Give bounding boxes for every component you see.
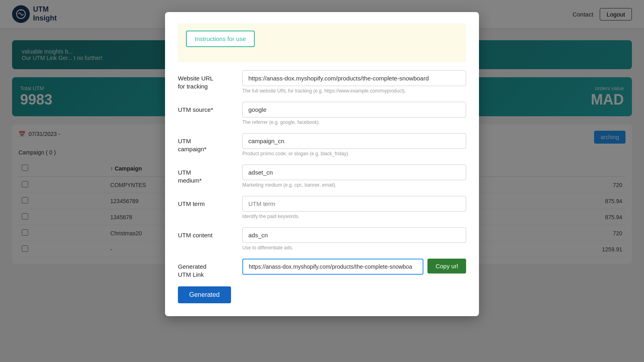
utm-content-label: UTM content xyxy=(178,227,234,239)
website-url-input[interactable] xyxy=(242,70,466,86)
utm-term-row: UTM term Identify the paid keywords. xyxy=(178,196,466,219)
utm-medium-hint: Marketing medium (e.g. cpc, banner, emai… xyxy=(242,182,466,188)
generated-utm-field-group: Copy url xyxy=(242,259,466,275)
generated-utm-row: GeneratedUTM Link Copy url xyxy=(178,259,466,278)
utm-medium-input[interactable] xyxy=(242,165,466,180)
instructions-section: Instructions for use xyxy=(178,23,466,62)
utm-campaign-field-wrap: Product promo code, or slogan (e.g. blac… xyxy=(242,133,466,156)
utm-content-field-wrap: Use to differentiate ads. xyxy=(242,227,466,251)
utm-medium-field-wrap: Marketing medium (e.g. cpc, banner, emai… xyxy=(242,165,466,188)
utm-generator-modal: Instructions for use Website URLfor trac… xyxy=(165,12,479,316)
utm-medium-label: UTMmedium* xyxy=(178,165,234,184)
generated-utm-input[interactable] xyxy=(242,259,423,275)
utm-term-input[interactable] xyxy=(242,196,466,212)
website-url-field-wrap: The full website URL for tracking (e.g. … xyxy=(242,70,466,94)
utm-term-field-wrap: Identify the paid keywords. xyxy=(242,196,466,219)
website-url-label: Website URLfor tracking xyxy=(178,70,234,90)
utm-campaign-label: UTMcampaign* xyxy=(178,133,234,153)
utm-medium-row: UTMmedium* Marketing medium (e.g. cpc, b… xyxy=(178,165,466,188)
generated-btn-row: Generated xyxy=(178,286,466,303)
utm-source-hint: The referrer (e.g. google, facebook). xyxy=(242,119,466,125)
instructions-button[interactable]: Instructions for use xyxy=(186,31,255,47)
copy-url-button[interactable]: Copy url xyxy=(427,259,466,274)
utm-source-field-wrap: The referrer (e.g. google, facebook). xyxy=(242,102,466,125)
generated-utm-label: GeneratedUTM Link xyxy=(178,259,234,278)
website-url-hint: The full website URL for tracking (e.g. … xyxy=(242,88,466,94)
utm-content-input[interactable] xyxy=(242,227,466,243)
utm-content-row: UTM content Use to differentiate ads. xyxy=(178,227,466,251)
generated-button[interactable]: Generated xyxy=(178,286,231,303)
website-url-row: Website URLfor tracking The full website… xyxy=(178,70,466,94)
utm-campaign-hint: Product promo code, or slogan (e.g. blac… xyxy=(242,151,466,156)
utm-term-hint: Identify the paid keywords. xyxy=(242,214,466,219)
utm-campaign-row: UTMcampaign* Product promo code, or slog… xyxy=(178,133,466,156)
utm-campaign-input[interactable] xyxy=(242,133,466,149)
utm-term-label: UTM term xyxy=(178,196,234,208)
utm-source-label: UTM source* xyxy=(178,102,234,114)
utm-source-input[interactable] xyxy=(242,102,466,117)
utm-source-row: UTM source* The referrer (e.g. google, f… xyxy=(178,102,466,125)
utm-content-hint: Use to differentiate ads. xyxy=(242,245,466,251)
